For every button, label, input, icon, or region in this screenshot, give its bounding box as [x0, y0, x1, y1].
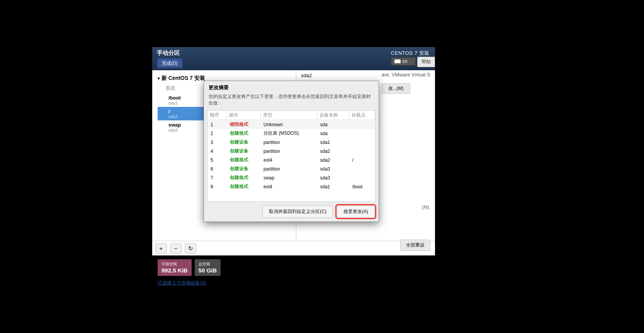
changes-summary-dialog: 更改摘要 您的自定义更改将产生以下变更，这些变更将会在您返回到主菜单并开始安装时…	[204, 81, 379, 222]
column-operation: 操作	[227, 111, 260, 120]
changes-table-wrapper: 顺序 操作 类型 设备名称 挂载点 1销毁格式Unknownsda2创建格式分区…	[207, 110, 376, 202]
table-row[interactable]: 3创建设备partitionsda1	[207, 138, 375, 147]
column-seq: 顺序	[207, 111, 227, 120]
cell-operation: 创建格式	[227, 156, 260, 164]
cell-device: sda2	[317, 147, 349, 156]
cell-operation: 创建格式	[227, 182, 260, 191]
cell-mount	[349, 173, 375, 182]
cell-operation: 销毁格式	[227, 120, 260, 129]
storage-devices-link[interactable]: 已选择 1 个存储设备(S)	[158, 280, 206, 286]
cell-mount	[349, 164, 375, 173]
remove-partition-button[interactable]: −	[170, 243, 182, 254]
cell-device: sda	[317, 129, 349, 138]
available-space-label: 可用空间	[161, 262, 188, 267]
total-space-box: 总空间 50 GiB	[195, 259, 221, 276]
cell-type: Unknown	[260, 120, 317, 129]
tree-title: 新 CentOS 7 安装	[161, 75, 205, 82]
space-summary: 可用空间 992.5 KiB 总空间 50 GiB	[158, 259, 430, 276]
keyboard-layout-selector[interactable]: cn	[391, 57, 416, 66]
table-row[interactable]: 2创建格式分区表 (MSDOS)sda	[207, 129, 375, 138]
cell-seq: 2	[207, 129, 227, 138]
keyboard-icon	[394, 59, 401, 63]
cell-device: sda3	[317, 173, 349, 182]
refresh-button[interactable]: ↻	[185, 243, 196, 254]
page-title: 手动分区	[157, 49, 430, 57]
add-partition-button[interactable]: +	[155, 243, 167, 254]
cell-type: ext4	[260, 182, 317, 191]
cell-seq: 6	[207, 164, 227, 173]
cell-seq: 3	[207, 138, 227, 147]
column-device: 设备名称	[317, 111, 349, 120]
dialog-title: 更改摘要	[204, 81, 379, 92]
available-space-box: 可用空间 992.5 KiB	[158, 259, 192, 276]
cell-device: sda1	[317, 182, 349, 191]
cell-type: partition	[260, 147, 317, 156]
column-type: 类型	[260, 111, 317, 120]
cell-device: sda	[317, 120, 349, 129]
cell-operation: 创建设备	[227, 147, 260, 156]
partition-toolbar: + − ↻	[152, 241, 435, 255]
column-mount: 挂载点	[349, 111, 375, 120]
dialog-subtitle: 您的自定义更改将产生以下变更，这些变更将会在您返回到主菜单并开始安装时生效：	[204, 92, 379, 110]
cancel-button[interactable]: 取消并返回到自定义分区(C)	[262, 206, 333, 218]
header-right: CENTOS 7 安装 cn 帮助	[391, 49, 435, 67]
cell-type: ext4	[260, 156, 317, 164]
available-space-value: 992.5 KiB	[161, 267, 188, 274]
cell-seq: 1	[207, 120, 227, 129]
table-header-row: 顺序 操作 类型 设备名称 挂载点	[207, 111, 375, 120]
modify-button[interactable]: 改...(M)	[382, 83, 410, 94]
done-button[interactable]: 完成(D)	[157, 58, 183, 69]
cell-mount: /	[349, 156, 375, 164]
cell-operation: 创建格式	[227, 173, 260, 182]
cell-mount	[349, 129, 375, 138]
install-title: CENTOS 7 安装	[391, 50, 430, 56]
dialog-button-bar: 取消并返回到自定义分区(C) 接受更改(A)	[204, 202, 379, 221]
device-description: are, VMware Virtual S	[382, 72, 430, 78]
cell-operation: 创建设备	[227, 138, 260, 147]
chevron-down-icon: ▾	[158, 76, 160, 81]
cell-mount	[349, 120, 375, 129]
cell-seq: 8	[207, 182, 227, 191]
table-row[interactable]: 7创建格式swapsda3	[207, 173, 375, 182]
cell-operation: 创建格式	[227, 129, 260, 138]
cell-seq: 5	[207, 156, 227, 164]
table-row[interactable]: 1销毁格式Unknownsda	[207, 120, 375, 129]
name-field-label: (N):	[422, 204, 430, 210]
table-row[interactable]: 6创建设备partitionsda3	[207, 164, 375, 173]
cell-mount	[349, 138, 375, 147]
cell-seq: 7	[207, 173, 227, 182]
cell-device: sda2	[317, 156, 349, 164]
table-row[interactable]: 4创建设备partitionsda2	[207, 147, 375, 156]
accept-changes-button[interactable]: 接受更改(A)	[337, 206, 375, 218]
window-header: 手动分区 完成(D) CENTOS 7 安装 cn 帮助	[152, 47, 435, 70]
changes-table: 顺序 操作 类型 设备名称 挂载点 1销毁格式Unknownsda2创建格式分区…	[207, 111, 375, 191]
table-row[interactable]: 8创建格式ext4sda1/boot	[207, 182, 375, 191]
footer: 可用空间 992.5 KiB 总空间 50 GiB 已选择 1 个存储设备(S)…	[152, 255, 435, 290]
table-row[interactable]: 5创建格式ext4sda2/	[207, 156, 375, 164]
cell-type: swap	[260, 173, 317, 182]
cell-mount: /boot	[349, 182, 375, 191]
cell-type: partition	[260, 164, 317, 173]
reset-all-button[interactable]: 全部重设	[400, 240, 430, 251]
total-space-value: 50 GiB	[199, 267, 217, 274]
total-space-label: 总空间	[199, 262, 217, 267]
help-button[interactable]: 帮助	[417, 57, 435, 67]
cell-device: sda1	[317, 138, 349, 147]
keyboard-layout-value: cn	[403, 59, 408, 64]
cell-type: 分区表 (MSDOS)	[260, 129, 317, 138]
cell-seq: 4	[207, 147, 227, 156]
cell-device: sda3	[317, 164, 349, 173]
cell-type: partition	[260, 138, 317, 147]
cell-operation: 创建设备	[227, 164, 260, 173]
cell-mount	[349, 147, 375, 156]
